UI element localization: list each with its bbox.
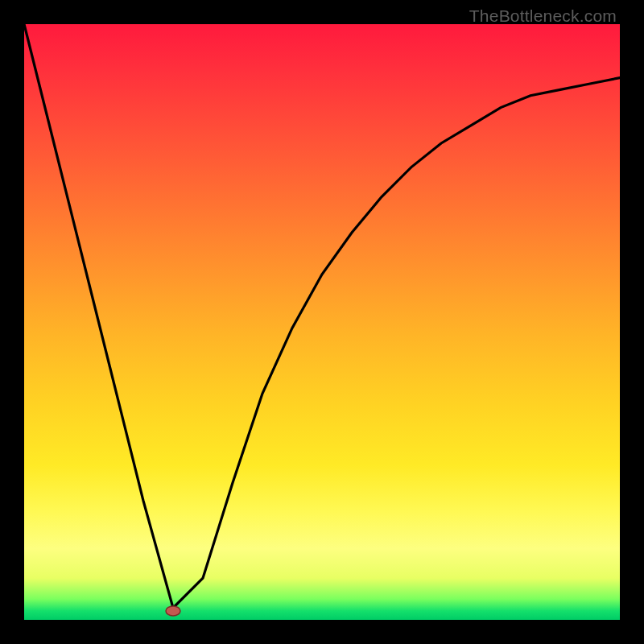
attribution-watermark: TheBottleneck.com <box>469 6 617 26</box>
plot-overlay <box>24 24 620 620</box>
chart-frame: TheBottleneck.com <box>0 0 644 644</box>
optimal-point-marker <box>166 606 180 616</box>
bottleneck-curve <box>24 24 620 608</box>
